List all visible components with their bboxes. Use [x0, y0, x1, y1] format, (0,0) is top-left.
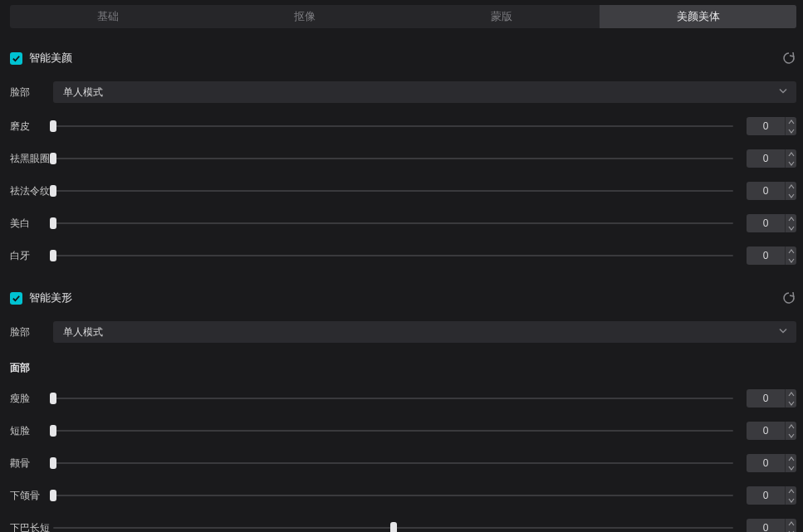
spinner-heiyanquan: 0	[747, 149, 796, 168]
slider-thumb[interactable]	[50, 217, 56, 229]
slider-label: 下颌骨	[10, 489, 53, 503]
spinner-xiahegu: 0	[747, 486, 796, 505]
spinner-up-button[interactable]	[786, 149, 796, 159]
spinner-down-button[interactable]	[786, 495, 796, 505]
slider-row-xiahegu: 下颌骨 0	[10, 486, 796, 505]
slider-row-mopi: 磨皮 0	[10, 117, 796, 135]
slider-label: 祛黑眼圈	[10, 152, 53, 166]
check-icon	[12, 294, 21, 303]
slider-label: 祛法令纹	[10, 184, 53, 198]
slider-track-wrap	[53, 125, 747, 127]
spinner-value[interactable]: 0	[747, 246, 785, 265]
shape-checkbox[interactable]	[10, 292, 22, 305]
spinner-up-button[interactable]	[786, 246, 796, 256]
spinner-value[interactable]: 0	[747, 389, 785, 408]
slider-track-duanlian[interactable]	[53, 430, 733, 432]
slider-row-meibai: 美白 0	[10, 214, 796, 232]
check-icon	[12, 54, 21, 63]
spinner-down-button[interactable]	[786, 463, 796, 472]
chevron-down-icon	[778, 86, 788, 99]
spinner-down-button[interactable]	[786, 159, 796, 168]
beauty-face-mode-select[interactable]: 单人模式	[53, 81, 796, 103]
spinner-value[interactable]: 0	[747, 182, 785, 200]
slider-thumb[interactable]	[50, 425, 56, 437]
slider-track-meibai[interactable]	[53, 222, 733, 224]
spinner-up-button[interactable]	[786, 117, 796, 126]
tab-cutout[interactable]: 抠像	[207, 5, 404, 28]
slider-thumb[interactable]	[50, 120, 56, 132]
spinner-meibai: 0	[747, 214, 796, 232]
spinner-value[interactable]: 0	[747, 117, 785, 135]
slider-thumb[interactable]	[50, 490, 56, 501]
spinner-down-button[interactable]	[786, 256, 796, 265]
beauty-face-label: 脸部	[10, 85, 53, 100]
spinner-down-button[interactable]	[786, 528, 796, 532]
spinner-up-button[interactable]	[786, 389, 796, 398]
spinner-up-button[interactable]	[786, 486, 796, 495]
shape-face-mode-select[interactable]: 单人模式	[53, 321, 796, 343]
spinner-up-button[interactable]	[786, 214, 796, 223]
tab-basic[interactable]: 基础	[10, 5, 207, 28]
slider-label: 磨皮	[10, 120, 53, 134]
spinner-value[interactable]: 0	[747, 422, 785, 440]
spinner-down-button[interactable]	[786, 398, 796, 408]
beauty-reset-button[interactable]	[781, 51, 796, 66]
slider-track-xiahegu[interactable]	[53, 495, 733, 496]
spinner-up-button[interactable]	[786, 422, 796, 431]
spinner-value[interactable]: 0	[747, 454, 785, 472]
slider-label: 短脸	[10, 424, 53, 438]
slider-thumb[interactable]	[50, 185, 56, 197]
beauty-checkbox[interactable]	[10, 52, 22, 65]
slider-track-mopi[interactable]	[53, 125, 733, 127]
spinner-xiaba: 0	[747, 519, 796, 532]
slider-row-xiaba: 下巴长短 0	[10, 519, 796, 532]
slider-label: 下巴长短	[10, 521, 53, 533]
spinner-mopi: 0	[747, 117, 796, 135]
spinner-baiya: 0	[747, 246, 796, 265]
spinner-value[interactable]: 0	[747, 214, 785, 232]
spinner-up-button[interactable]	[786, 519, 796, 528]
chevron-down-icon	[778, 326, 788, 339]
tab-beautify[interactable]: 美颜美体	[600, 5, 796, 28]
reset-icon	[782, 51, 796, 65]
beauty-title: 智能美颜	[29, 51, 72, 66]
slider-thumb[interactable]	[50, 250, 56, 261]
slider-thumb[interactable]	[50, 153, 56, 164]
slider-row-duanlian: 短脸 0	[10, 422, 796, 440]
tab-mask[interactable]: 蒙版	[404, 5, 600, 28]
slider-label: 瘦脸	[10, 392, 53, 406]
beauty-face-row: 脸部 单人模式	[10, 81, 796, 103]
spinner-down-button[interactable]	[786, 126, 796, 135]
shape-face-label: 脸部	[10, 325, 53, 339]
top-tabs: 基础 抠像 蒙版 美颜美体	[10, 5, 796, 28]
spinner-up-button[interactable]	[786, 454, 796, 463]
slider-row-falingwen: 祛法令纹 0	[10, 182, 796, 200]
slider-thumb[interactable]	[50, 457, 56, 469]
slider-label: 白牙	[10, 249, 53, 263]
shape-title: 智能美形	[29, 290, 72, 305]
slider-track-heiyanquan[interactable]	[53, 158, 733, 159]
spinner-shoulian: 0	[747, 389, 796, 408]
shape-reset-button[interactable]	[781, 290, 796, 305]
spinner-value[interactable]: 0	[747, 149, 785, 168]
slider-track-xiaba[interactable]	[53, 527, 733, 529]
section-beauty-header: 智能美颜	[10, 50, 796, 66]
slider-row-heiyanquan: 祛黑眼圈 0	[10, 149, 796, 168]
shape-face-mode-value: 单人模式	[63, 325, 103, 339]
slider-row-shoulian: 瘦脸 0	[10, 389, 796, 408]
spinner-down-button[interactable]	[786, 191, 796, 200]
spinner-down-button[interactable]	[786, 431, 796, 440]
spinner-down-button[interactable]	[786, 223, 796, 232]
spinner-value[interactable]: 0	[747, 519, 785, 532]
slider-thumb[interactable]	[390, 522, 397, 532]
sub-heading-face: 面部	[10, 361, 796, 375]
slider-thumb[interactable]	[50, 393, 56, 404]
reset-icon	[782, 291, 796, 305]
spinner-up-button[interactable]	[786, 182, 796, 191]
slider-track-shoulian[interactable]	[53, 398, 733, 399]
slider-track-quangu[interactable]	[53, 462, 733, 464]
spinner-quangu: 0	[747, 454, 796, 472]
slider-track-baiya[interactable]	[53, 255, 733, 256]
slider-track-falingwen[interactable]	[53, 190, 733, 192]
spinner-value[interactable]: 0	[747, 486, 785, 505]
